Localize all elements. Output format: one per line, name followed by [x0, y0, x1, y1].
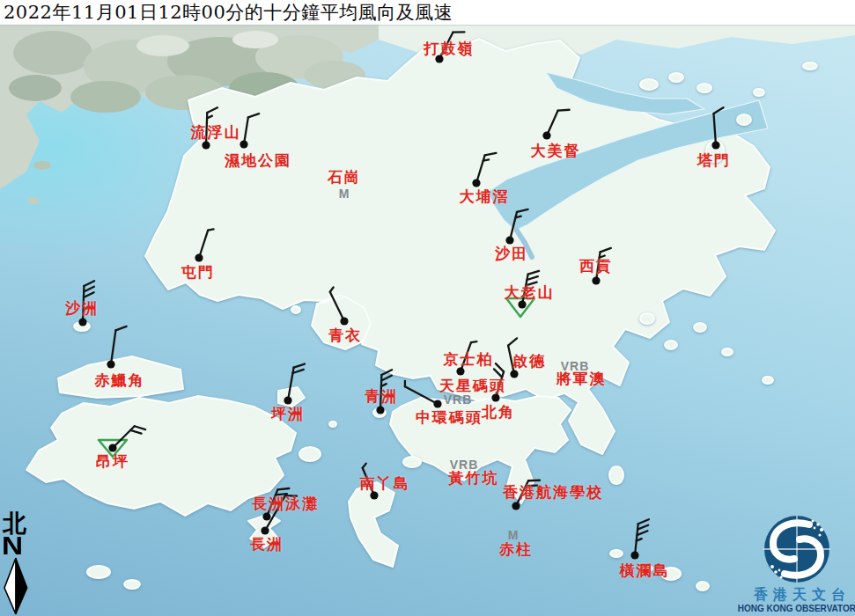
title-bar: 2022年11月01日12時00分的十分鐘平均風向及風速 [0, 0, 855, 25]
station-dot [340, 317, 348, 325]
wind-barb-flag [638, 525, 648, 530]
lantau-island [26, 396, 296, 516]
station-dot [512, 502, 520, 510]
wind-barb-flag [483, 159, 489, 160]
airport-platform [58, 356, 183, 398]
station-dot [592, 276, 600, 284]
station-dot [78, 318, 86, 326]
wind-barb-flag [115, 326, 126, 330]
wind-barb-flag [381, 376, 392, 381]
wind-barb [83, 281, 94, 322]
station-dot [376, 406, 384, 414]
hko-logo-icon [744, 509, 855, 588]
station-dot [108, 444, 116, 451]
station-dot [262, 512, 270, 520]
station-dot [711, 141, 719, 149]
station-dot [370, 491, 378, 499]
wind-barb-flag [637, 531, 647, 535]
station-dot [435, 55, 443, 62]
station-dot [630, 551, 638, 559]
hong-kong-island [390, 396, 571, 503]
station-dot [240, 140, 247, 148]
station-dot [284, 396, 291, 404]
hko-logo: 香港天文台 HONG KONG OBSERVATORY [744, 509, 855, 616]
wind-barb [635, 519, 649, 555]
wind-barb-flag [84, 281, 94, 286]
station-dot [542, 131, 550, 139]
station-dot [491, 393, 499, 401]
station-dot [195, 253, 203, 261]
compass-arrow-icon [0, 553, 35, 616]
station-dot [107, 360, 114, 368]
wind-barb-flag [558, 110, 570, 111]
station-dot [456, 367, 464, 375]
station-dot [518, 300, 526, 308]
wind-barb-flag [638, 519, 649, 524]
map-title: 2022年11月01日12時00分的十分鐘平均風向及風速 [0, 0, 855, 25]
station-dot [472, 179, 480, 187]
peng-chau-island [278, 387, 305, 407]
station-dot [510, 370, 518, 378]
wind-barb [267, 488, 289, 517]
wind-barb-flag [363, 464, 366, 468]
hong-kong-map [0, 0, 855, 616]
station-dot [505, 236, 513, 244]
hko-logo-chinese: 香港天文台 [744, 586, 855, 605]
wind-barb-flag [84, 287, 94, 292]
station-dot [202, 141, 210, 149]
wind-map-screen: 流浮山濕地公園打鼓嶺大美督塔門石崗M大埔滘沙田西貢屯門沙洲赤鱲角青衣京士柏啟德天… [0, 0, 855, 616]
hko-logo-english: HONG KONG OBSERVATORY [737, 604, 855, 613]
station-dot [261, 526, 269, 534]
wind-barb-flag [471, 341, 476, 342]
station-dot [433, 400, 441, 407]
wind-barb-flag [294, 364, 305, 368]
wind-barb-flag [292, 370, 303, 373]
wind-barb [380, 370, 392, 410]
wind-barb-flag [515, 216, 520, 218]
wind-barb-flag [208, 229, 213, 230]
wind-barb-flag [277, 488, 289, 489]
wind-barb-flag [84, 292, 94, 297]
